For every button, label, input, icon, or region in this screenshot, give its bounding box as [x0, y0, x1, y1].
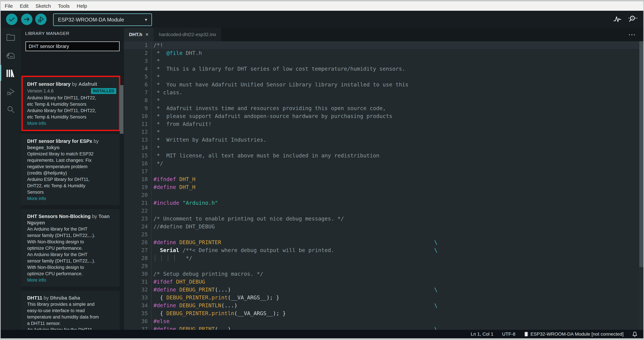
code-line[interactable]: 8 *	[124, 96, 639, 104]
code-line[interactable]: 2 * @file DHT.h	[124, 49, 639, 57]
library-entry-description: Optimized libray to match ESP32 requirem…	[27, 151, 116, 195]
search-icon	[6, 105, 15, 114]
line-number: 11	[124, 120, 151, 128]
panel-scrollbar[interactable]	[120, 85, 124, 134]
board-status[interactable]: ESP32-WROOM-DA Module [not connected]	[524, 331, 624, 337]
board-selector[interactable]: ESP32-WROOM-DA Module ▾	[53, 14, 152, 26]
notifications-button[interactable]	[632, 331, 637, 337]
tab-hardcoded-dht22-esp32-ino[interactable]: hardcoded-dht22-esp32.ino	[154, 28, 221, 41]
code-line-content: *	[151, 96, 160, 104]
code-line-content: #include "Arduino.h"	[151, 199, 218, 207]
library-entry[interactable]: DHT Sensors Non-Blocking by Toan NguyenA…	[21, 209, 120, 287]
code-line[interactable]: 28│ │ │ │ */	[124, 254, 639, 262]
sidebar-item-debug[interactable]	[6, 87, 16, 97]
line-number: 9	[124, 104, 151, 112]
code-line-content: * class.	[151, 89, 182, 96]
code-line[interactable]: 27 Serial /**< Define where debug output…	[124, 246, 639, 254]
code-line[interactable]: 37#define DEBUG_PRINT(...) \	[124, 325, 639, 330]
code-line[interactable]: 32#define DEBUG_PRINT(...) \	[124, 286, 639, 294]
code-line-content: *	[151, 57, 160, 65]
code-line[interactable]: 15 * MIT license, all text above must be…	[124, 152, 639, 159]
code-line[interactable]: 29	[124, 262, 639, 270]
code-line[interactable]: 11 * from Adafruit!	[124, 120, 639, 128]
more-info-link[interactable]: More info	[27, 277, 116, 283]
code-line[interactable]: 25	[124, 231, 639, 238]
code-line[interactable]: 14 *	[124, 144, 639, 152]
code-line[interactable]: 30/* Setup debug printing macros. */	[124, 270, 639, 278]
code-line[interactable]: 18#ifndef DHT_H	[124, 175, 639, 183]
installed-badge: INSTALLED	[91, 88, 116, 94]
panel-title: LIBRARY MANAGER	[25, 31, 69, 36]
code-line[interactable]: 1/*!	[124, 41, 639, 49]
code-line[interactable]: 12 *	[124, 128, 639, 136]
tab-dht-h[interactable]: DHT.h✕	[124, 28, 154, 41]
serial-plotter-button[interactable]	[613, 15, 622, 24]
code-line[interactable]: 35 { DEBUG_PRINTER.println(__VA_ARGS__);…	[124, 309, 639, 317]
code-line[interactable]: 9 * Adafruit invests time and resources …	[124, 104, 639, 112]
code-line[interactable]: 34#define DEBUG_PRINTLN(...) \	[124, 302, 639, 309]
code-line[interactable]: 19#define DHT_H	[124, 183, 639, 191]
more-info-link[interactable]: More info	[27, 195, 116, 202]
code-line[interactable]: 7 * class.	[124, 89, 639, 96]
code-line[interactable]: 31#ifdef DHT_DEBUG	[124, 278, 639, 286]
upload-button[interactable]	[21, 14, 32, 25]
code-line-content: #define DHT_H	[151, 183, 195, 191]
line-number: 16	[124, 159, 151, 167]
code-line[interactable]: 20	[124, 191, 639, 199]
menu-tools[interactable]: Tools	[58, 3, 70, 9]
library-entry[interactable]: DHT11 by Dhruba SahaThis library provide…	[21, 291, 120, 330]
code-line[interactable]: 36#else	[124, 317, 639, 325]
library-search-input[interactable]	[26, 42, 120, 51]
code-line[interactable]: 16 */	[124, 159, 639, 167]
line-number: 2	[124, 49, 151, 57]
more-info-link[interactable]: More info	[27, 120, 116, 126]
code-line[interactable]: 21#include "Arduino.h"	[124, 199, 639, 207]
library-entry[interactable]: DHT sensor library by AdafruitVersion 1.…	[21, 77, 120, 130]
menu-sketch[interactable]: Sketch	[36, 3, 51, 9]
code-line-content: /* Setup debug printing macros. */	[151, 270, 263, 278]
code-line[interactable]: 4 * This is a library for DHT series of …	[124, 65, 639, 73]
close-icon[interactable]: ✕	[145, 32, 148, 37]
line-number: 33	[124, 294, 151, 302]
code-line[interactable]: 33 { DEBUG_PRINTER.print(__VA_ARGS__); }	[124, 294, 639, 302]
sidebar-item-search[interactable]	[6, 104, 16, 114]
verify-button[interactable]	[6, 14, 18, 25]
code-line[interactable]: 17	[124, 167, 639, 175]
code-line[interactable]: 6 * You must have Adafruit Unified Senso…	[124, 81, 639, 89]
editor-region: DHT.h✕hardcoded-dht22-esp32.ino ⋯ 1/*!2 …	[124, 28, 643, 330]
sidebar-item-boards-manager[interactable]	[6, 51, 16, 61]
menu-edit[interactable]: Edit	[20, 3, 28, 9]
code-line-content: * Written by Adafruit Industries.	[151, 136, 266, 144]
line-number: 19	[124, 183, 151, 191]
sidebar-item-library-manager[interactable]	[6, 68, 16, 78]
code-line[interactable]: 13 * Written by Adafruit Industries.	[124, 136, 639, 144]
code-line-content: /* Uncomment to enable printing out nice…	[151, 215, 344, 223]
library-entry[interactable]: DHT sensor library for ESPx by beegee_to…	[21, 134, 120, 205]
editor-scrollbar-thumb[interactable]	[639, 41, 643, 267]
debug-button[interactable]	[35, 14, 46, 25]
code-line[interactable]: 5 *	[124, 73, 639, 81]
code-line[interactable]: 3 *	[124, 57, 639, 65]
library-entry-title: DHT sensor library by Adafruit	[27, 81, 116, 87]
window-border-bottom	[0, 338, 644, 340]
serial-monitor-button[interactable]	[627, 15, 638, 24]
code-line[interactable]: 26#define DEBUG_PRINTER \	[124, 238, 639, 246]
menu-file[interactable]: File	[5, 3, 13, 9]
activity-sidebar	[1, 28, 21, 330]
sidebar-item-sketchbook[interactable]	[6, 32, 16, 42]
line-number: 29	[124, 262, 151, 270]
code-editor[interactable]: 1/*!2 * @file DHT.h3 *4 * This is a libr…	[124, 41, 639, 330]
code-line[interactable]: 22	[124, 207, 639, 215]
editor-overflow-menu[interactable]: ⋯	[628, 30, 636, 39]
menu-help[interactable]: Help	[77, 3, 87, 9]
code-line[interactable]: 10 * please support Adafruit andopen-sou…	[124, 112, 639, 120]
library-entry-title: DHT sensor library for ESPx by beegee_to…	[27, 138, 116, 151]
code-line-content: #ifndef DHT_H	[151, 175, 195, 183]
code-line[interactable]: 23/* Uncomment to enable printing out ni…	[124, 215, 639, 223]
code-line-content: #define DEBUG_PRINT(...) \	[151, 325, 438, 330]
code-line-content: │ │ │ │ */	[151, 254, 192, 262]
line-number: 13	[124, 136, 151, 144]
editor-scrollbar-track[interactable]	[639, 41, 643, 330]
line-number: 37	[124, 325, 151, 330]
code-line[interactable]: 24//#define DHT_DEBUG	[124, 223, 639, 231]
